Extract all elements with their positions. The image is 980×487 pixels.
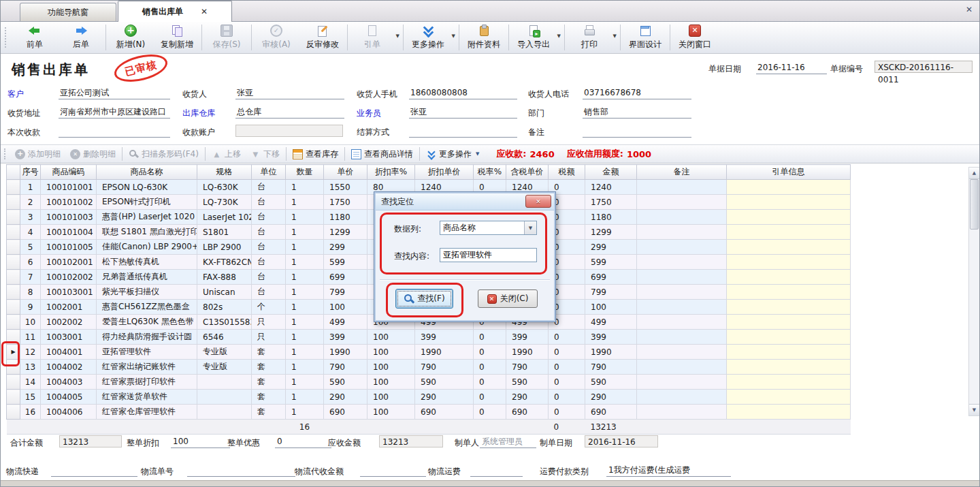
- table-cell[interactable]: 13: [20, 360, 41, 375]
- row-marker-cell[interactable]: [7, 285, 20, 300]
- table-cell[interactable]: 399: [506, 330, 549, 345]
- table-cell[interactable]: [637, 210, 727, 225]
- row-marker-cell[interactable]: [7, 330, 20, 345]
- row-marker-cell[interactable]: [7, 270, 20, 285]
- table-cell[interactable]: 套: [252, 405, 286, 420]
- column-header[interactable]: 引单信息: [727, 165, 851, 180]
- scrollbar-thumb[interactable]: [970, 179, 979, 230]
- table-cell[interactable]: [727, 405, 851, 420]
- table-cell[interactable]: 台: [252, 210, 286, 225]
- table-cell[interactable]: 690: [324, 405, 368, 420]
- table-cell[interactable]: 100: [368, 330, 415, 345]
- table-cell[interactable]: 5: [20, 240, 41, 255]
- table-cell[interactable]: [637, 240, 727, 255]
- table-cell[interactable]: 得力经典防滑握手设计圆: [97, 330, 197, 345]
- table-cell[interactable]: 佳能(Canon) LBP 2900+: [97, 240, 197, 255]
- column-header[interactable]: 金额: [585, 165, 637, 180]
- table-cell[interactable]: 1: [20, 180, 41, 195]
- table-cell[interactable]: 699: [585, 270, 637, 285]
- copy-new-button[interactable]: 复制新增: [154, 21, 200, 54]
- table-cell[interactable]: 15: [20, 390, 41, 405]
- table-cell[interactable]: [727, 225, 851, 240]
- summary-field[interactable]: 1我方付运费(生成运费: [606, 464, 731, 477]
- table-cell[interactable]: 399: [415, 330, 474, 345]
- table-row[interactable]: 161004006红管家仓库管理软件套169010069006900690: [7, 405, 851, 420]
- table-cell[interactable]: 4: [20, 225, 41, 240]
- table-cell[interactable]: 1990: [415, 345, 474, 360]
- table-cell[interactable]: KX-FT862CN: [197, 255, 252, 270]
- next-doc-button[interactable]: 后单: [58, 21, 104, 54]
- table-row[interactable]: 111003001得力经典防滑握手设计圆6546只139910039903990…: [7, 330, 851, 345]
- dropdown-arrow-icon[interactable]: ▼: [476, 151, 479, 157]
- row-marker-cell[interactable]: [7, 375, 20, 390]
- column-header[interactable]: 含税单价: [506, 165, 549, 180]
- table-cell[interactable]: 0: [474, 390, 506, 405]
- table-cell[interactable]: [727, 345, 851, 360]
- table-row[interactable]: 131004002红管家出纳记账软件专业版套179010079007900790: [7, 360, 851, 375]
- table-cell[interactable]: [727, 255, 851, 270]
- table-cell[interactable]: 台: [252, 285, 286, 300]
- dialog-close-button[interactable]: ✕: [525, 195, 551, 208]
- table-cell[interactable]: [727, 390, 851, 405]
- table-cell[interactable]: 台: [252, 225, 286, 240]
- table-cell[interactable]: 1004001: [41, 345, 97, 360]
- table-cell[interactable]: 690: [506, 405, 549, 420]
- more-actions-button[interactable]: 更多操作▼: [405, 21, 457, 54]
- table-cell[interactable]: [637, 315, 727, 330]
- close-button[interactable]: 关闭(C): [478, 289, 538, 308]
- table-cell[interactable]: 红管家仓库管理软件: [97, 405, 197, 420]
- row-marker-cell[interactable]: [7, 195, 20, 210]
- table-cell[interactable]: 299: [585, 240, 637, 255]
- form-field[interactable]: [59, 125, 170, 138]
- scroll-down-icon[interactable]: ▼: [969, 404, 979, 415]
- table-cell[interactable]: C13S015583: [197, 315, 252, 330]
- table-cell[interactable]: 100101004: [41, 225, 97, 240]
- dropdown-arrow-icon[interactable]: ▼: [452, 33, 455, 39]
- table-cell[interactable]: [727, 375, 851, 390]
- table-cell[interactable]: 亚拓管理软件: [97, 345, 197, 360]
- table-cell[interactable]: 1180: [585, 210, 637, 225]
- table-cell[interactable]: 802s: [197, 300, 252, 315]
- table-cell[interactable]: 台: [252, 240, 286, 255]
- table-cell[interactable]: 红管家票据打印软件: [97, 375, 197, 390]
- table-cell[interactable]: 1: [286, 270, 324, 285]
- table-cell[interactable]: 1: [286, 180, 324, 195]
- table-cell[interactable]: 松下热敏传真机: [97, 255, 197, 270]
- table-cell[interactable]: 兄弟普通纸传真机: [97, 270, 197, 285]
- form-field[interactable]: 18608080808: [409, 87, 517, 99]
- table-cell[interactable]: 1: [286, 195, 324, 210]
- table-cell[interactable]: [637, 285, 727, 300]
- table-cell[interactable]: [727, 330, 851, 345]
- table-cell[interactable]: 套: [252, 345, 286, 360]
- form-field[interactable]: 销售部: [583, 106, 691, 119]
- table-cell[interactable]: 1002001: [41, 300, 97, 315]
- summary-field[interactable]: 13213: [59, 435, 122, 447]
- table-cell[interactable]: 1: [286, 225, 324, 240]
- table-cell[interactable]: 台: [252, 195, 286, 210]
- table-cell[interactable]: 1: [286, 360, 324, 375]
- table-cell[interactable]: 790: [324, 360, 368, 375]
- table-cell[interactable]: 399: [585, 330, 637, 345]
- table-cell[interactable]: 790: [506, 360, 549, 375]
- close-window-button[interactable]: 关闭窗口: [672, 21, 718, 54]
- table-cell[interactable]: 100: [368, 390, 415, 405]
- row-marker-cell[interactable]: [7, 180, 20, 195]
- table-cell[interactable]: 1004002: [41, 360, 97, 375]
- table-cell[interactable]: [637, 270, 727, 285]
- summary-field[interactable]: 0: [275, 435, 331, 448]
- column-header[interactable]: 商品编码: [41, 165, 97, 180]
- row-marker-cell[interactable]: [7, 240, 20, 255]
- table-cell[interactable]: 1004003: [41, 375, 97, 390]
- column-header[interactable]: 序号: [20, 165, 41, 180]
- form-field[interactable]: 张亚: [235, 87, 344, 99]
- table-cell[interactable]: 790: [415, 360, 474, 375]
- table-cell[interactable]: 1240: [585, 180, 637, 195]
- table-cell[interactable]: [637, 180, 727, 195]
- table-cell[interactable]: 290: [324, 390, 368, 405]
- summary-field[interactable]: [51, 464, 137, 477]
- table-cell[interactable]: 590: [415, 375, 474, 390]
- form-field[interactable]: 总仓库: [235, 106, 344, 119]
- row-marker-cell[interactable]: [7, 210, 20, 225]
- table-cell[interactable]: [637, 195, 727, 210]
- column-header[interactable]: 折扣单价: [415, 165, 474, 180]
